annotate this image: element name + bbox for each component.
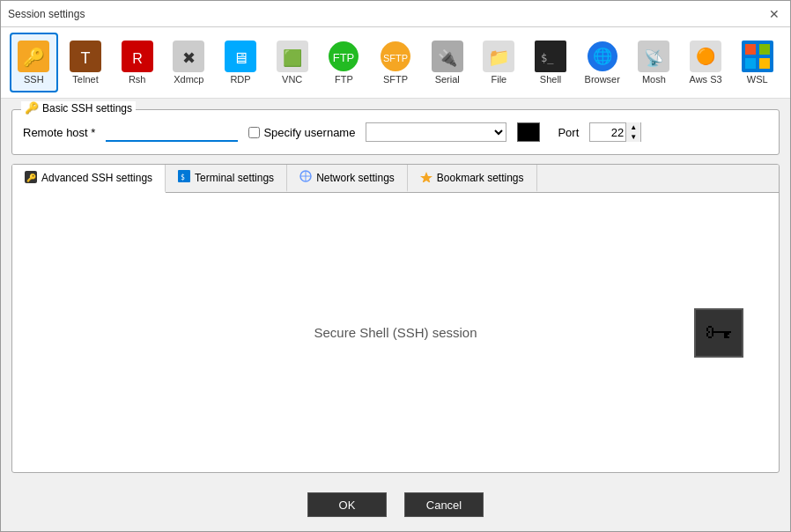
close-button[interactable]: ✕ [765, 5, 783, 23]
svg-text:$: $ [181, 174, 185, 181]
main-content: 🔑 Basic SSH settings Remote host * Speci… [1, 99, 790, 484]
title-bar-text: Session settings [8, 8, 85, 20]
svg-text:🌐: 🌐 [593, 47, 613, 66]
ok-button[interactable]: OK [307, 492, 387, 517]
protocol-item-ftp[interactable]: FTP FTP [320, 33, 368, 92]
session-settings-window: Session settings ✕ 🔑 SSH T Telnet R Rsh … [0, 0, 791, 532]
svg-text:✖: ✖ [182, 49, 196, 67]
telnet-protocol-icon: T [70, 41, 101, 72]
rsh-protocol-label: Rsh [129, 74, 146, 85]
title-bar: Session settings ✕ [1, 1, 790, 27]
svg-text:SFTP: SFTP [383, 53, 408, 63]
vnc-protocol-icon: 🟩 [277, 41, 308, 72]
tab-advanced-ssh[interactable]: 🔑 Advanced SSH settings [12, 165, 166, 193]
svg-rect-32 [759, 58, 770, 69]
svg-text:🔑: 🔑 [23, 47, 45, 68]
specify-username-checkbox[interactable] [248, 127, 260, 138]
protocol-item-browser[interactable]: 🌐 Browser [578, 33, 626, 92]
sftp-protocol-icon: SFTP [380, 41, 411, 72]
file-protocol-label: File [492, 74, 507, 85]
protocol-item-awss3[interactable]: 🟠 Aws S3 [682, 33, 730, 92]
svg-text:📡: 📡 [644, 48, 664, 68]
tab-bookmark[interactable]: Bookmark settings [408, 165, 537, 192]
protocol-bar: 🔑 SSH T Telnet R Rsh ✖ Xdmcp 🖥 RDP 🟩 VNC… [1, 27, 790, 99]
mosh-protocol-label: Mosh [642, 74, 666, 85]
port-increment-button[interactable]: ▲ [626, 122, 640, 132]
tabs-area: 🔑 Advanced SSH settings $ Terminal setti… [11, 164, 780, 473]
wsl-protocol-label: WSL [747, 74, 768, 85]
vnc-protocol-label: VNC [282, 74, 302, 85]
ssh-protocol-icon: 🔑 [18, 41, 49, 72]
port-spinner: ▲ ▼ [625, 122, 640, 142]
ftp-protocol-icon: FTP [328, 41, 359, 72]
network-tab-label: Network settings [316, 172, 395, 184]
advanced-ssh-tab-label: Advanced SSH settings [41, 172, 152, 184]
terminal-tab-label: Terminal settings [195, 172, 274, 184]
serial-protocol-label: Serial [435, 74, 460, 85]
svg-text:T: T [81, 49, 91, 67]
awss3-protocol-icon: 🟠 [690, 41, 721, 72]
basic-ssh-settings-box: 🔑 Basic SSH settings Remote host * Speci… [11, 109, 780, 155]
basic-ssh-legend: 🔑 Basic SSH settings [21, 101, 136, 115]
tab-network[interactable]: Network settings [287, 165, 408, 192]
advanced-ssh-tab-icon: 🔑 [25, 171, 37, 186]
svg-text:📁: 📁 [488, 47, 510, 68]
key-icon: 🗝 [705, 316, 733, 349]
wsl-protocol-icon [742, 41, 773, 72]
remote-host-label: Remote host * [23, 126, 95, 139]
specify-username-label[interactable]: Specify username [248, 126, 355, 139]
shell-protocol-icon: $_ [535, 41, 566, 72]
protocol-item-rdp[interactable]: 🖥 RDP [217, 33, 265, 92]
svg-rect-29 [745, 44, 756, 55]
svg-text:🔑: 🔑 [26, 173, 37, 183]
color-swatch[interactable] [517, 122, 540, 142]
ssh-protocol-label: SSH [24, 74, 44, 85]
tab-terminal[interactable]: $ Terminal settings [166, 165, 287, 192]
bookmark-tab-label: Bookmark settings [437, 172, 524, 184]
tabs-header: 🔑 Advanced SSH settings $ Terminal setti… [12, 165, 779, 193]
protocol-item-serial[interactable]: 🔌 Serial [423, 33, 471, 92]
bottom-bar: OKCancel [1, 484, 790, 531]
protocol-item-telnet[interactable]: T Telnet [62, 33, 110, 92]
username-dropdown[interactable] [366, 122, 506, 142]
basic-ssh-legend-icon: 🔑 [25, 101, 39, 115]
basic-ssh-row: Remote host * Specify username Port 22 ▲… [23, 122, 768, 142]
rdp-protocol-label: RDP [230, 74, 250, 85]
port-input-wrap: 22 ▲ ▼ [589, 122, 641, 142]
basic-ssh-legend-label: Basic SSH settings [42, 102, 132, 115]
svg-text:🟩: 🟩 [283, 48, 303, 68]
port-label: Port [558, 126, 579, 139]
key-icon-box: 🗝 [694, 308, 743, 358]
browser-protocol-label: Browser [585, 74, 620, 85]
svg-marker-40 [420, 172, 432, 182]
ftp-protocol-label: FTP [335, 74, 353, 85]
file-protocol-icon: 📁 [483, 41, 514, 72]
cancel-button[interactable]: Cancel [404, 492, 484, 517]
awss3-protocol-label: Aws S3 [690, 74, 722, 85]
rsh-protocol-icon: R [122, 41, 153, 72]
protocol-item-shell[interactable]: $_ Shell [527, 33, 575, 92]
terminal-tab-icon: $ [178, 170, 190, 185]
port-decrement-button[interactable]: ▼ [626, 132, 640, 142]
shell-protocol-label: Shell [540, 74, 561, 85]
protocol-item-rsh[interactable]: R Rsh [113, 33, 161, 92]
protocol-item-mosh[interactable]: 📡 Mosh [630, 33, 678, 92]
tab-content-area: Secure Shell (SSH) session 🗝 [12, 193, 779, 472]
svg-text:$_: $_ [541, 52, 554, 64]
browser-protocol-icon: 🌐 [587, 41, 618, 72]
port-input[interactable]: 22 [590, 123, 625, 141]
serial-protocol-icon: 🔌 [432, 41, 463, 72]
svg-rect-31 [745, 58, 756, 69]
protocol-item-wsl[interactable]: WSL [733, 33, 781, 92]
network-tab-icon [299, 170, 312, 185]
protocol-item-ssh[interactable]: 🔑 SSH [10, 33, 58, 92]
bookmark-tab-icon [420, 170, 432, 185]
protocol-item-vnc[interactable]: 🟩 VNC [268, 33, 316, 92]
protocol-item-sftp[interactable]: SFTP SFTP [372, 33, 420, 92]
protocol-item-xdmcp[interactable]: ✖ Xdmcp [165, 33, 213, 92]
tab-main-text: Secure Shell (SSH) session [314, 325, 477, 340]
protocol-item-file[interactable]: 📁 File [475, 33, 523, 92]
remote-host-input[interactable] [106, 122, 238, 142]
svg-text:R: R [132, 51, 143, 66]
sftp-protocol-label: SFTP [383, 74, 408, 85]
